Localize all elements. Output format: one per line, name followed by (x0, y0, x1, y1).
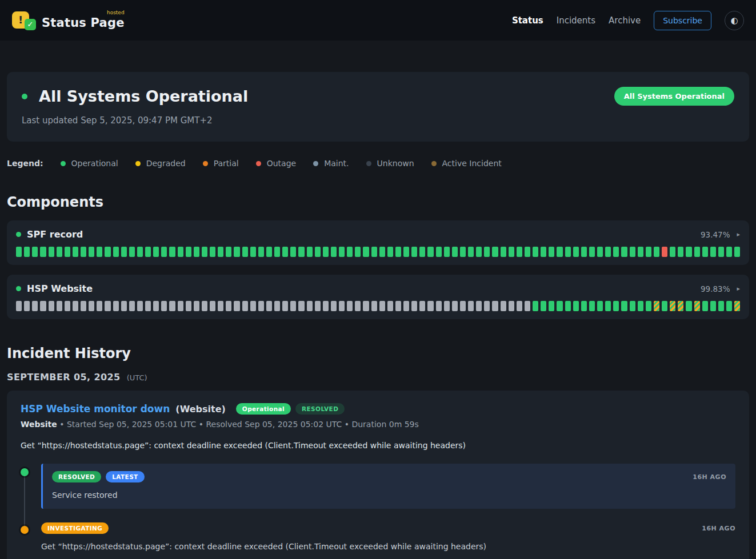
uptime-bar[interactable] (468, 301, 474, 311)
uptime-bar[interactable] (323, 247, 329, 257)
uptime-bar[interactable] (105, 247, 110, 257)
uptime-bar[interactable] (266, 247, 272, 257)
uptime-bar[interactable] (226, 301, 231, 311)
uptime-bar[interactable] (525, 247, 530, 257)
uptime-bar[interactable] (613, 301, 619, 311)
uptime-bar[interactable] (307, 301, 313, 311)
uptime-bar[interactable] (573, 301, 579, 311)
uptime-bar[interactable] (339, 301, 345, 311)
uptime-bar[interactable] (266, 301, 272, 311)
uptime-bar[interactable] (702, 247, 708, 257)
uptime-bar[interactable] (218, 301, 223, 311)
uptime-bar[interactable] (492, 301, 498, 311)
uptime-bar[interactable] (210, 301, 215, 311)
uptime-bar[interactable] (363, 301, 369, 311)
uptime-bar[interactable] (169, 247, 175, 257)
uptime-bar[interactable] (250, 301, 256, 311)
uptime-bar[interactable] (411, 247, 417, 257)
uptime-bar[interactable] (347, 301, 353, 311)
uptime-bar[interactable] (517, 301, 522, 311)
expand-chevron-icon[interactable]: ▸ (737, 231, 740, 238)
uptime-bar[interactable] (153, 247, 159, 257)
uptime-bar[interactable] (638, 301, 643, 311)
uptime-bar[interactable] (186, 301, 191, 311)
uptime-bar[interactable] (533, 301, 538, 311)
uptime-bar[interactable] (194, 301, 199, 311)
uptime-bar[interactable] (282, 301, 288, 311)
uptime-bar[interactable] (242, 247, 248, 257)
uptime-bar[interactable] (460, 301, 466, 311)
uptime-bar[interactable] (525, 301, 530, 311)
uptime-bar[interactable] (621, 301, 627, 311)
uptime-bar[interactable] (73, 301, 78, 311)
uptime-bar[interactable] (16, 301, 22, 311)
uptime-bar[interactable] (492, 247, 498, 257)
subscribe-button[interactable]: Subscribe (654, 11, 711, 30)
uptime-bar[interactable] (427, 247, 433, 257)
uptime-bar[interactable] (355, 247, 361, 257)
expand-chevron-icon[interactable]: ▸ (737, 285, 740, 292)
uptime-bar[interactable] (347, 247, 353, 257)
uptime-bar[interactable] (726, 247, 732, 257)
uptime-bar[interactable] (501, 301, 506, 311)
uptime-bar[interactable] (242, 301, 248, 311)
uptime-bar[interactable] (298, 301, 304, 311)
uptime-bar[interactable] (355, 301, 361, 311)
uptime-bar[interactable] (24, 301, 30, 311)
uptime-bar[interactable] (153, 301, 159, 311)
uptime-bar[interactable] (630, 301, 635, 311)
uptime-bar[interactable] (145, 301, 151, 311)
uptime-bar[interactable] (646, 301, 651, 311)
uptime-bar[interactable] (452, 301, 458, 311)
uptime-bar[interactable] (282, 247, 288, 257)
uptime-bar[interactable] (210, 247, 215, 257)
uptime-bar[interactable] (484, 301, 490, 311)
uptime-bar[interactable] (298, 247, 304, 257)
uptime-bar[interactable] (202, 247, 207, 257)
uptime-bar[interactable] (597, 301, 603, 311)
uptime-bar[interactable] (137, 247, 143, 257)
uptime-bar[interactable] (509, 301, 514, 311)
uptime-bar[interactable] (718, 247, 724, 257)
uptime-bar[interactable] (621, 247, 627, 257)
uptime-bar[interactable] (549, 247, 554, 257)
uptime-bar[interactable] (734, 247, 740, 257)
uptime-bar[interactable] (371, 247, 377, 257)
uptime-bar[interactable] (387, 247, 393, 257)
uptime-bar[interactable] (662, 247, 667, 257)
uptime-bar[interactable] (323, 301, 329, 311)
uptime-bar[interactable] (460, 247, 466, 257)
uptime-bar[interactable] (452, 247, 458, 257)
uptime-bar[interactable] (734, 301, 740, 311)
uptime-bar[interactable] (129, 247, 135, 257)
uptime-bar[interactable] (145, 247, 151, 257)
uptime-bar[interactable] (710, 247, 716, 257)
uptime-bar[interactable] (654, 301, 659, 311)
uptime-bar[interactable] (89, 247, 94, 257)
uptime-bar[interactable] (371, 301, 377, 311)
uptime-bar[interactable] (468, 247, 474, 257)
uptime-bar[interactable] (234, 247, 239, 257)
uptime-bar[interactable] (565, 247, 571, 257)
uptime-bar[interactable] (49, 301, 54, 311)
uptime-bar[interactable] (97, 301, 102, 311)
uptime-bar[interactable] (419, 301, 425, 311)
uptime-bar[interactable] (589, 301, 595, 311)
uptime-bar[interactable] (32, 301, 38, 311)
uptime-bar[interactable] (113, 301, 119, 311)
incident-title-link[interactable]: HSP Website monitor down (21, 403, 170, 415)
uptime-bar[interactable] (290, 247, 296, 257)
uptime-bar[interactable] (178, 301, 183, 311)
uptime-bar[interactable] (49, 247, 54, 257)
uptime-bar[interactable] (694, 247, 700, 257)
uptime-bar[interactable] (307, 247, 313, 257)
uptime-bar[interactable] (436, 247, 442, 257)
uptime-bar[interactable] (315, 247, 321, 257)
uptime-bar[interactable] (686, 247, 691, 257)
uptime-bar[interactable] (517, 247, 522, 257)
uptime-bar[interactable] (202, 301, 207, 311)
uptime-bar[interactable] (476, 247, 482, 257)
nav-item-status[interactable]: Status (512, 15, 543, 26)
uptime-bar[interactable] (565, 301, 571, 311)
uptime-bar[interactable] (678, 301, 683, 311)
